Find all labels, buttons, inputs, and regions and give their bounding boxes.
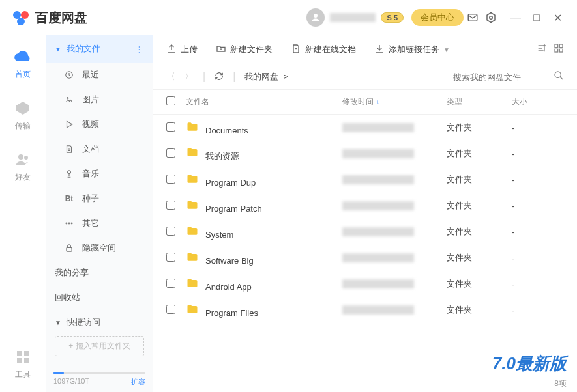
sidebar-item-label: 其它 [82, 217, 99, 229]
row-checkbox[interactable] [166, 305, 175, 314]
svg-rect-12 [17, 358, 22, 363]
sidebar-item-label: 种子 [82, 193, 99, 204]
back-button[interactable]: 〈 [166, 71, 175, 83]
sort-arrow-down-icon: ↓ [376, 98, 379, 105]
nav-friends[interactable]: 好友 [13, 150, 33, 183]
row-checkbox[interactable] [166, 175, 175, 184]
nav-tools[interactable]: 工具 [13, 347, 33, 380]
friends-icon [13, 150, 33, 169]
settings-icon[interactable] [482, 8, 500, 27]
new-doc-button[interactable]: 新建在线文档 [291, 44, 356, 56]
nav-transfer[interactable]: 传输 [13, 98, 33, 132]
content: 上传 新建文件夹 新建在线文档 添加链接任务 ▼ 〈 〉 [153, 35, 577, 392]
svg-point-20 [71, 223, 72, 224]
app-logo: 百度网盘 [10, 7, 87, 28]
row-checkbox[interactable] [166, 253, 175, 262]
table-row[interactable]: Program Patch文件夹- [153, 193, 577, 219]
user-area: S 5 [306, 8, 404, 27]
sidebar-item-doc[interactable]: 文档 [46, 137, 153, 161]
mail-icon[interactable] [464, 8, 482, 27]
breadcrumb[interactable]: 我的网盘 > [244, 71, 288, 83]
search-icon[interactable] [554, 70, 564, 83]
row-checkbox[interactable] [166, 148, 175, 158]
folder-icon [186, 204, 199, 214]
svg-rect-10 [17, 351, 22, 356]
table-row[interactable]: Program Dup文件夹- [153, 167, 577, 193]
col-time[interactable]: 修改时间 ↓ [342, 96, 447, 107]
download-icon [374, 44, 385, 56]
grid-view-icon[interactable] [554, 43, 564, 56]
titlebar: 百度网盘 S 5 会员中心 — □ ✕ [0, 0, 577, 35]
music-icon [64, 169, 74, 178]
sort-icon[interactable] [537, 43, 547, 56]
refresh-button[interactable] [215, 72, 224, 83]
col-name[interactable]: 文件名 [186, 96, 342, 107]
file-size: - [512, 253, 564, 263]
avatar[interactable] [306, 8, 325, 27]
row-checkbox[interactable] [166, 279, 175, 288]
sidebar-item-lock[interactable]: 隐藏空间 [46, 236, 153, 260]
table-row[interactable]: Documents文件夹- [153, 115, 577, 141]
svg-point-0 [13, 11, 21, 19]
status-count: 8项 [554, 378, 567, 389]
file-type: 文件夹 [447, 122, 512, 133]
sidebar-item-label: 视频 [82, 119, 99, 130]
file-name: Android App [186, 277, 342, 292]
drop-hint[interactable]: + 拖入常用文件夹 [55, 336, 144, 356]
select-all-checkbox[interactable] [166, 96, 175, 105]
bt-icon: Bt [64, 194, 74, 203]
sidebar-my-share[interactable]: 我的分享 [46, 260, 153, 285]
table-row[interactable]: Software Big文件夹- [153, 245, 577, 271]
storage-expand[interactable]: 扩容 [131, 377, 145, 387]
forward-button[interactable]: 〉 [185, 71, 194, 83]
file-time [342, 149, 447, 158]
sidebar-item-label: 音乐 [82, 168, 99, 180]
col-size[interactable]: 大小 [512, 96, 564, 107]
maximize-button[interactable]: □ [527, 8, 546, 27]
close-button[interactable]: ✕ [548, 8, 567, 27]
more-icon[interactable]: ⋮ [135, 44, 144, 54]
lock-icon [64, 244, 74, 253]
nav-label: 好友 [15, 172, 31, 183]
svg-point-19 [68, 223, 70, 224]
row-checkbox[interactable] [166, 201, 175, 210]
sidebar-item-bt[interactable]: Bt种子 [46, 186, 153, 211]
table-row[interactable]: 我的资源文件夹- [153, 141, 577, 167]
nav-home[interactable]: 首页 [13, 47, 33, 80]
caret-down-icon: ▼ [55, 46, 61, 53]
row-checkbox[interactable] [166, 122, 175, 132]
left-nav: 首页 传输 好友 工具 [0, 35, 46, 392]
file-type: 文件夹 [447, 226, 512, 238]
sidebar-item-other[interactable]: 其它 [46, 211, 153, 236]
svg-point-3 [314, 14, 318, 18]
sidebar-trash[interactable]: 回收站 [46, 285, 153, 310]
table-row[interactable]: Android App文件夹- [153, 271, 577, 297]
search-input[interactable] [453, 72, 544, 82]
sidebar-item-play[interactable]: 视频 [46, 112, 153, 137]
sidebar-item-clock[interactable]: 最近 [46, 63, 153, 87]
minimize-button[interactable]: — [507, 8, 525, 27]
sidebar-item-music[interactable]: 音乐 [46, 161, 153, 186]
row-checkbox[interactable] [166, 227, 175, 236]
svg-point-1 [21, 11, 29, 19]
cloud-icon [13, 47, 33, 66]
sidebar-item-label: 我的分享 [55, 267, 89, 279]
vip-center-button[interactable]: 会员中心 [411, 9, 464, 26]
sidebar-item-image[interactable]: 图片 [46, 87, 153, 112]
table-row[interactable]: System文件夹- [153, 219, 577, 245]
svg-rect-23 [559, 44, 563, 48]
col-type[interactable]: 类型 [447, 96, 512, 107]
file-name: System [186, 225, 342, 240]
add-link-button[interactable]: 添加链接任务 ▼ [374, 44, 450, 56]
file-type: 文件夹 [447, 200, 512, 212]
nav-label: 首页 [15, 69, 31, 80]
table-row[interactable]: Program Files文件夹- [153, 297, 577, 323]
upload-button[interactable]: 上传 [166, 44, 198, 56]
sidebar-my-files[interactable]: ▼ 我的文件 ⋮ [46, 35, 153, 63]
toolbar: 上传 新建文件夹 新建在线文档 添加链接任务 ▼ [153, 35, 577, 64]
new-folder-button[interactable]: 新建文件夹 [216, 44, 273, 56]
version-watermark: 7.0最新版 [492, 352, 567, 375]
file-name: 我的资源 [186, 146, 342, 162]
file-time [342, 305, 447, 315]
sidebar-quick-access[interactable]: ▼ 快捷访问 [46, 310, 153, 332]
